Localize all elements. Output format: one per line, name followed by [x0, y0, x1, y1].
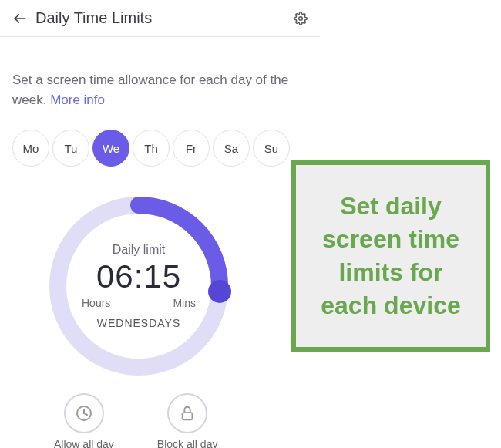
dial-label: Daily limit: [77, 243, 200, 257]
dial-knob[interactable]: [208, 280, 231, 303]
lock-icon: [167, 393, 207, 433]
svg-point-1: [299, 16, 303, 20]
day-tu[interactable]: Tu: [52, 130, 89, 167]
gear-icon[interactable]: [294, 12, 308, 25]
back-arrow-icon[interactable]: [12, 11, 28, 26]
page-title: Daily Time Limits: [35, 9, 152, 27]
allow-label: Allow all day: [54, 438, 114, 448]
day-we[interactable]: We: [92, 130, 129, 167]
allow-all-day-button[interactable]: Allow all day: [54, 393, 114, 448]
svg-rect-5: [183, 413, 193, 419]
day-th[interactable]: Th: [133, 130, 170, 167]
hours-label: Hours: [82, 297, 110, 309]
day-su[interactable]: Su: [253, 130, 290, 167]
clock-icon: [64, 393, 104, 433]
header-left: Daily Time Limits: [12, 9, 152, 27]
day-sa[interactable]: Sa: [213, 130, 250, 167]
mins-label: Mins: [173, 297, 196, 309]
dial-units: Hours Mins: [77, 297, 200, 309]
day-selector: MoTuWeThFrSaSu: [0, 109, 501, 167]
more-info-link[interactable]: More info: [50, 93, 105, 107]
header: Daily Time Limits: [0, 0, 320, 37]
day-fr[interactable]: Fr: [173, 130, 210, 167]
actions-row: Allow all day Block all day: [54, 393, 501, 448]
block-all-day-button[interactable]: Block all day: [157, 393, 218, 448]
callout-text: Set daily screen time limits for each de…: [310, 190, 472, 323]
time-dial[interactable]: Daily limit 06:15 Hours Mins WEDNESDAYS: [42, 190, 235, 382]
dial-center: Daily limit 06:15 Hours Mins WEDNESDAYS: [77, 243, 200, 329]
dial-time: 06:15: [77, 258, 200, 295]
description: Set a screen time allowance for each day…: [0, 59, 324, 109]
dial-day-name: WEDNESDAYS: [77, 317, 200, 329]
block-label: Block all day: [157, 438, 218, 448]
callout-box: Set daily screen time limits for each de…: [291, 160, 490, 352]
day-mo[interactable]: Mo: [12, 130, 49, 167]
